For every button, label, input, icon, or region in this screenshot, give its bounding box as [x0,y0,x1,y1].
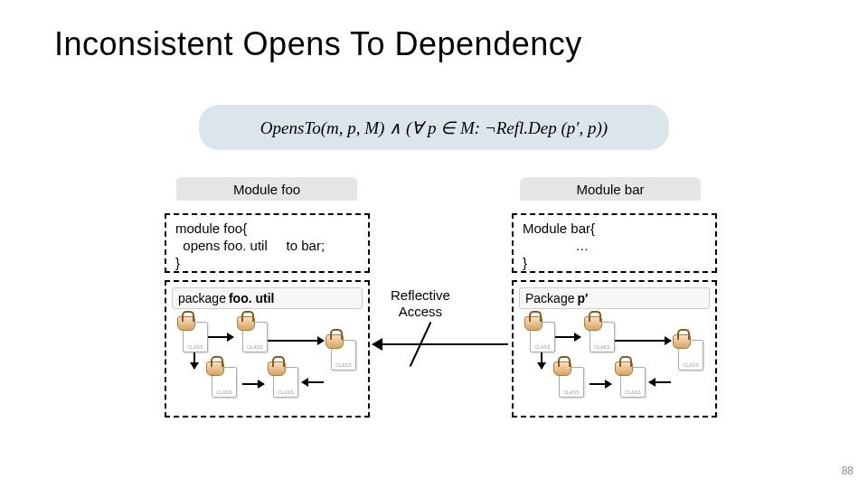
dep-arrow [615,340,671,342]
class-icon [615,365,647,398]
class-icon [177,320,210,352]
class-icon [524,320,557,352]
module-foo-code: module foo{ opens foo. util to bar; } [165,213,370,273]
class-icon [237,320,269,352]
class-icon [268,365,300,398]
dep-arrow [208,336,233,338]
module-bar-header: Module bar [520,177,701,201]
page-number: 88 [842,465,854,477]
dep-arrow [268,340,324,342]
reflective-access-label: Reflective Access [391,287,450,320]
formula-bar: OpensTo(m, p, M) ∧ (∀ p ∈ M: ¬Refl.Dep (… [199,105,669,150]
package-foo-util: package foo. util [165,280,370,418]
dep-arrow [242,383,264,385]
class-icon [584,320,617,352]
package-keyword: package [178,291,226,305]
module-foo-header: Module foo [176,177,357,201]
class-icon [326,338,358,371]
dep-arrow [590,383,611,385]
class-icon [206,365,239,398]
dep-arrow [541,352,542,369]
package-bar-label: Package p′ [519,287,710,309]
dep-arrow [555,336,580,338]
package-p-prime: Package p′ [512,280,717,418]
module-bar-code: Module bar{ … } [512,213,717,273]
reflective-access-arrow [373,343,508,345]
dep-arrow [649,381,671,383]
formula-text: OpensTo(m, p, M) ∧ (∀ p ∈ M: ¬Refl.Dep (… [260,117,608,138]
dep-arrow [193,352,195,369]
package-foo-name: foo. util [229,291,275,305]
class-icon [553,365,586,398]
package-bar-name: p′ [577,291,588,305]
package-foo-label: package foo. util [172,287,363,309]
class-icon [673,338,705,371]
package-keyword: Package [525,291,574,305]
slide-title: Inconsistent Opens To Dependency [54,25,582,63]
dep-arrow [302,381,324,383]
